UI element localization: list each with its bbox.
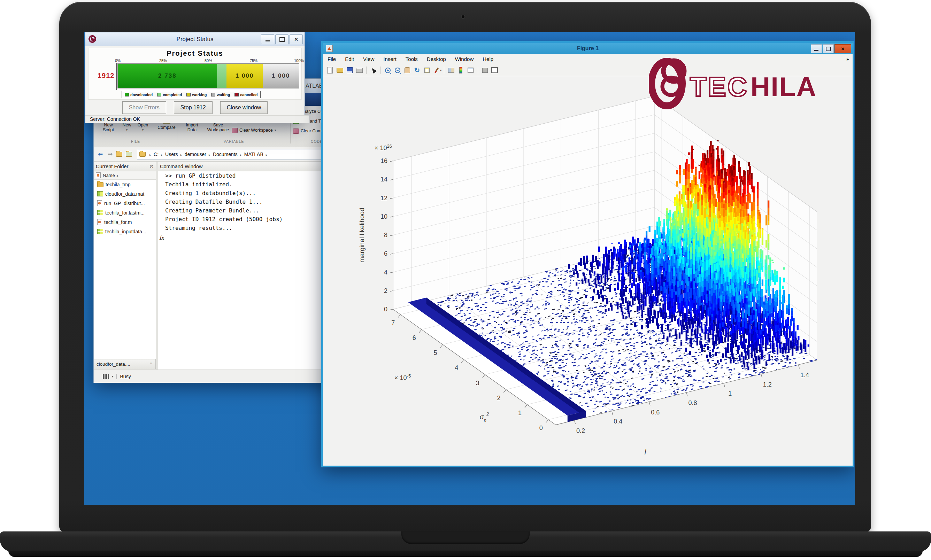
data-file-icon bbox=[97, 191, 103, 197]
figure-titlebar[interactable]: Figure 1 ✕ bbox=[323, 43, 852, 54]
legend-item-downloaded: downloaded bbox=[125, 92, 153, 97]
figure-window: Figure 1 ✕ FileEditViewInsertToolsDeskto… bbox=[321, 41, 854, 468]
breadcrumb-matlab[interactable]: MATLAB bbox=[244, 151, 264, 157]
svg-text:5: 5 bbox=[434, 349, 437, 356]
name-column-header[interactable]: Name ▴ bbox=[94, 171, 156, 180]
back-icon[interactable]: ⬅ bbox=[96, 150, 105, 159]
menu-window[interactable]: Window bbox=[450, 54, 478, 65]
function-hints-icon[interactable]: fx bbox=[159, 235, 164, 241]
legend-label: downloaded bbox=[130, 92, 153, 97]
file-name: cloudfor_data.mat bbox=[105, 191, 144, 197]
save-figure-icon[interactable] bbox=[345, 66, 354, 75]
svg-text:6: 6 bbox=[413, 334, 416, 341]
new-figure-icon[interactable] bbox=[325, 66, 334, 75]
file-list-item[interactable]: techila_for.m bbox=[94, 217, 156, 227]
menu-view[interactable]: View bbox=[359, 54, 379, 65]
legend-item-waiting: waiting bbox=[211, 92, 230, 97]
hide-plot-tools-icon[interactable] bbox=[481, 66, 490, 75]
data-cursor-icon[interactable] bbox=[422, 66, 432, 75]
browse-folder-icon[interactable] bbox=[125, 150, 134, 159]
insert-colorbar-icon[interactable] bbox=[456, 66, 466, 75]
expand-panel-icon[interactable]: ⌃ bbox=[150, 362, 153, 366]
rotate-3d-icon[interactable]: ↻ bbox=[413, 66, 422, 75]
figure-title: Figure 1 bbox=[323, 43, 852, 54]
current-folder-header[interactable]: Current Folder ⊙ bbox=[94, 162, 156, 171]
status-caret-icon[interactable]: ▾ bbox=[112, 375, 114, 378]
scale-label: 100% bbox=[294, 58, 304, 63]
server-status-bar: Server: Connection OK bbox=[85, 115, 309, 123]
svg-text:0: 0 bbox=[384, 306, 387, 313]
breadcrumb-documents[interactable]: Documents bbox=[213, 151, 237, 157]
close-button[interactable]: ✕ bbox=[834, 44, 851, 53]
details-panel-collapsed[interactable]: cloudfor_data.... ⌃ bbox=[94, 359, 156, 369]
file-list-item[interactable]: cloudfor_data.mat bbox=[94, 189, 156, 198]
svg-text:σn2: σn2 bbox=[480, 411, 489, 423]
link-plot-icon[interactable] bbox=[447, 66, 456, 75]
menu-overflow-icon[interactable]: ► bbox=[846, 57, 850, 61]
minimize-button[interactable] bbox=[811, 44, 822, 53]
brush-dropdown-icon[interactable]: ▾ bbox=[440, 69, 442, 72]
name-column-label: Name bbox=[103, 173, 115, 178]
clear-icon bbox=[232, 128, 237, 133]
minimize-button[interactable] bbox=[261, 34, 274, 44]
file-list-item[interactable]: run_GP_distribut... bbox=[94, 198, 156, 208]
details-panel-label: cloudfor_data.... bbox=[97, 362, 130, 367]
close-button[interactable]: ✕ bbox=[290, 34, 303, 44]
plot-3d-surface[interactable]: 0246810121416765432100.20.40.60.811.21.4… bbox=[323, 76, 852, 466]
breadcrumb-demouser[interactable]: demouser bbox=[185, 151, 206, 157]
svg-text:7: 7 bbox=[391, 319, 395, 326]
maximize-button[interactable] bbox=[275, 34, 288, 44]
insert-legend-icon[interactable] bbox=[466, 66, 475, 75]
show-errors-button[interactable]: Show Errors bbox=[122, 102, 166, 114]
svg-text:× 10-5: × 10-5 bbox=[395, 373, 411, 382]
stop-1912-button[interactable]: Stop 1912 bbox=[174, 102, 213, 114]
menu-help[interactable]: Help bbox=[478, 54, 498, 65]
legend-label: completed bbox=[163, 92, 182, 97]
breadcrumb-separator-icon: ▸ bbox=[150, 153, 151, 157]
forward-icon[interactable]: ➡ bbox=[106, 150, 115, 159]
status-divider bbox=[116, 374, 117, 379]
menu-edit[interactable]: Edit bbox=[341, 54, 359, 65]
pan-hand-icon[interactable] bbox=[403, 66, 412, 75]
current-folder-panel: Current Folder ⊙ Name ▴ techila_tmpcloud… bbox=[94, 162, 156, 359]
script-file-icon bbox=[97, 200, 102, 206]
zoom-in-icon[interactable]: + bbox=[383, 66, 392, 75]
file-type-icon bbox=[96, 172, 101, 178]
menu-insert[interactable]: Insert bbox=[379, 54, 401, 65]
windows-desktop: MATLAB New ScriptNew▾Open▾Compare Import… bbox=[84, 32, 855, 505]
menu-file[interactable]: File bbox=[323, 54, 341, 65]
up-folder-icon[interactable] bbox=[115, 150, 124, 159]
dropdown-icon: ▾ bbox=[126, 128, 128, 132]
close-window-button[interactable]: Close window bbox=[220, 102, 268, 114]
dialog-titlebar[interactable]: Project Status ✕ bbox=[85, 32, 305, 46]
edit-plot-cursor-icon[interactable] bbox=[369, 66, 378, 75]
laptop-base bbox=[0, 531, 931, 552]
file-list-item[interactable]: techila_inputdata... bbox=[94, 227, 156, 236]
menu-tools[interactable]: Tools bbox=[401, 54, 422, 65]
breadcrumb-c[interactable]: C: bbox=[154, 151, 159, 157]
ribbon-label: Open bbox=[138, 123, 148, 128]
print-figure-icon[interactable] bbox=[355, 66, 364, 75]
toolbar-divider bbox=[381, 66, 381, 74]
legend-item-cancelled: cancelled bbox=[234, 92, 257, 97]
project-progress-bar: 2 7381 0001 000 bbox=[117, 63, 299, 88]
breadcrumb-users[interactable]: Users bbox=[165, 151, 178, 157]
menu-desktop[interactable]: Desktop bbox=[422, 54, 450, 65]
svg-text:marginal likelihood: marginal likelihood bbox=[358, 208, 365, 262]
svg-text:10: 10 bbox=[381, 213, 387, 220]
breadcrumb-separator-icon: ▸ bbox=[209, 153, 210, 157]
file-list: techila_tmpcloudfor_data.matrun_GP_distr… bbox=[94, 180, 156, 236]
maximize-button[interactable] bbox=[823, 44, 834, 53]
open-file-icon[interactable] bbox=[335, 66, 344, 75]
toolbar-divider bbox=[478, 66, 478, 74]
folder-icon bbox=[139, 152, 146, 157]
bar-segment-value: 2 738 bbox=[158, 72, 177, 79]
panel-menu-icon[interactable]: ⊙ bbox=[150, 164, 154, 169]
show-plot-tools-icon[interactable] bbox=[490, 66, 499, 75]
scale-label: 75% bbox=[250, 58, 257, 63]
clear-workspace-button[interactable]: Clear Workspace▾ bbox=[232, 126, 276, 134]
svg-text:0.4: 0.4 bbox=[613, 418, 622, 425]
file-list-item[interactable]: techila_tmp bbox=[94, 180, 156, 189]
zoom-out-icon[interactable]: − bbox=[393, 66, 402, 75]
file-list-item[interactable]: techila_for.lastm... bbox=[94, 208, 156, 217]
